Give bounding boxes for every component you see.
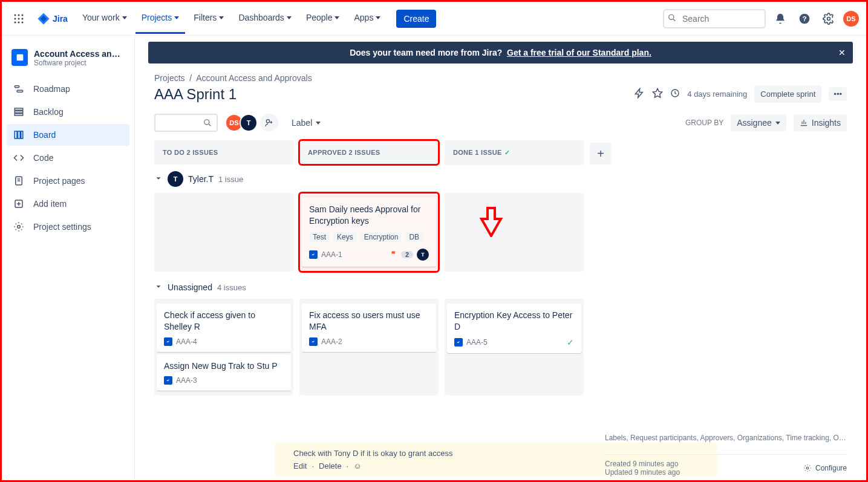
assignee-avatar: T (417, 249, 429, 261)
sidebar-item-settings[interactable]: Project settings (7, 216, 129, 238)
lane-todo[interactable]: Check if access given to Shelley R AAA-4… (154, 299, 293, 396)
swimlane-unassigned[interactable]: Unassigned 4 issues (154, 276, 847, 299)
insights-button[interactable]: Insights (794, 114, 847, 131)
roadmap-icon (13, 83, 25, 95)
svg-point-2 (22, 14, 24, 16)
svg-point-24 (18, 226, 21, 229)
sidebar-item-add[interactable]: Add item (7, 193, 129, 215)
issue-card-aaa-1[interactable]: Sam Daily needs Approval for Encryption … (302, 198, 436, 267)
svg-point-28 (806, 467, 809, 469)
chevron-down-icon (316, 122, 321, 125)
sidebar-item-roadmap[interactable]: Roadmap (7, 78, 129, 100)
card-title: Sam Daily needs Approval for Encryption … (309, 204, 429, 227)
edit-link[interactable]: Edit (293, 461, 307, 471)
global-search-input[interactable] (663, 9, 766, 28)
svg-point-8 (22, 21, 24, 23)
search-wrap (663, 9, 766, 28)
svg-point-5 (22, 18, 24, 19)
issue-key: AAA-5 (466, 338, 488, 347)
card-title: Check if access given to Shelley R (164, 310, 284, 333)
chevron-down-icon (174, 16, 179, 19)
issue-card-aaa-3[interactable]: Assign New Bug Trak to Stu P AAA-3 (157, 354, 291, 391)
column-approved-header[interactable]: APPROVED 2 ISSUES (299, 140, 439, 164)
card-title: Fix access so users must use MFA (309, 310, 429, 333)
issue-card-aaa-5[interactable]: Encryption Key Access to Peter D AAA-5✓ (447, 304, 581, 353)
swimlane-name: Tyler.T (188, 174, 214, 184)
project-name: Account Access and Ap… (34, 49, 125, 59)
sidebar-item-pages[interactable]: Project pages (7, 170, 129, 192)
column-todo-header[interactable]: TO DO 2 ISSUES (154, 140, 293, 164)
sidebar-item-backlog[interactable]: Backlog (7, 101, 129, 123)
label-filter-dropdown[interactable]: Label (292, 118, 321, 128)
chevron-down-icon (154, 174, 163, 184)
crumb-projects[interactable]: Projects (154, 73, 185, 83)
issuetype-task-icon (164, 337, 172, 346)
banner-close-icon[interactable]: ✕ (838, 48, 846, 57)
add-people-icon[interactable] (260, 114, 278, 132)
reaction-icon[interactable]: ☺ (353, 461, 361, 471)
tag: DB (405, 232, 423, 243)
svg-rect-14 (15, 86, 19, 88)
svg-point-1 (18, 14, 20, 16)
configure-button[interactable]: Configure (803, 460, 847, 477)
user-avatar[interactable]: DS (843, 11, 859, 27)
sidebar-item-board[interactable]: Board (7, 124, 129, 146)
lane-approved[interactable]: Fix access so users must use MFA AAA-2 (299, 299, 439, 396)
project-sidebar: Account Access and Ap… Software project … (2, 36, 135, 480)
lane-done[interactable] (445, 193, 584, 272)
board-search-input[interactable] (154, 114, 218, 132)
swimlane-count: 4 issues (217, 283, 246, 292)
svg-point-6 (15, 21, 16, 23)
updated-date: Updated 9 minutes ago (605, 468, 680, 477)
search-icon (668, 13, 676, 24)
chevron-down-icon (122, 16, 127, 19)
issuetype-task-icon (454, 338, 463, 347)
complete-sprint-button[interactable]: Complete sprint (754, 85, 821, 103)
flag-icon (390, 250, 397, 259)
app-switcher-icon[interactable] (9, 9, 28, 28)
nav-your-work[interactable]: Your work (76, 3, 133, 34)
nav-people[interactable]: People (300, 3, 346, 34)
svg-point-26 (204, 120, 209, 125)
crumb-project-name[interactable]: Account Access and Approvals (196, 73, 312, 83)
nav-projects[interactable]: Projects (135, 3, 186, 34)
add-column-button[interactable]: + (590, 143, 612, 164)
jira-logo[interactable]: Jira (37, 12, 68, 25)
nav-apps[interactable]: Apps (348, 3, 387, 34)
chevron-down-icon (219, 16, 224, 19)
board-content: Does your team need more from Jira? Get … (135, 36, 866, 480)
estimate-badge: 2 (401, 251, 413, 258)
help-icon[interactable]: ? (795, 9, 814, 28)
automation-icon[interactable] (634, 88, 645, 100)
create-button[interactable]: Create (396, 10, 436, 28)
nav-dashboards[interactable]: Dashboards (232, 3, 298, 34)
nav-filters[interactable]: Filters (188, 3, 230, 34)
star-icon[interactable] (652, 88, 663, 100)
delete-link[interactable]: Delete (319, 461, 342, 471)
avatar-stack: DS T (225, 114, 278, 132)
sidebar-item-code[interactable]: Code (7, 147, 129, 169)
lane-approved[interactable]: Sam Daily needs Approval for Encryption … (299, 193, 439, 272)
page-title: AAA Sprint 1 (154, 86, 237, 103)
trial-link[interactable]: Get a free trial of our Standard plan. (507, 48, 651, 57)
lane-todo[interactable] (154, 193, 293, 272)
chevron-down-icon (154, 282, 163, 293)
swimlane-count: 1 issue (218, 175, 243, 184)
group-by-dropdown[interactable]: Assignee (731, 114, 786, 131)
lane-done[interactable]: Encryption Key Access to Peter D AAA-5✓ (445, 299, 584, 396)
done-check-icon: ✓ (567, 337, 574, 347)
board-icon (13, 129, 25, 141)
svg-rect-17 (15, 111, 23, 113)
notifications-icon[interactable] (771, 9, 790, 28)
top-nav: Jira Your work Projects Filters Dashboar… (2, 2, 866, 36)
avatar-t[interactable]: T (240, 114, 258, 132)
days-remaining: 4 days remaining (687, 90, 747, 99)
issue-card-aaa-2[interactable]: Fix access so users must use MFA AAA-2 (302, 304, 436, 352)
swimlane-tyler[interactable]: T Tyler.T 1 issue (154, 165, 847, 193)
issue-card-aaa-4[interactable]: Check if access given to Shelley R AAA-4 (157, 304, 291, 352)
swimlane-name: Unassigned (168, 282, 212, 292)
more-actions-icon[interactable]: ••• (829, 87, 847, 101)
issue-key: AAA-2 (321, 337, 342, 346)
column-done-header[interactable]: DONE 1 ISSUE✓ (445, 140, 584, 165)
settings-icon[interactable] (819, 9, 838, 28)
